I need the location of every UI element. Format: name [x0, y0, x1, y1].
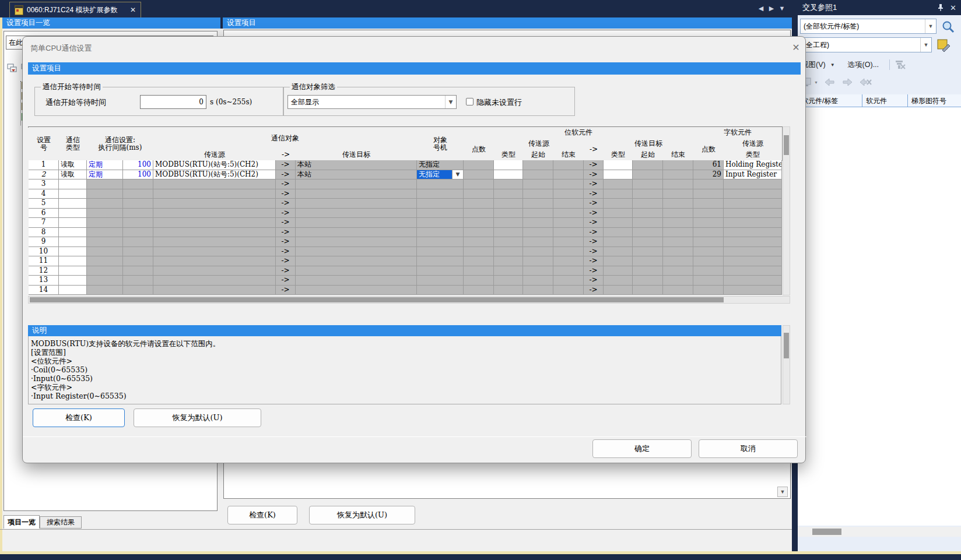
cell-word_points[interactable]	[693, 266, 724, 276]
cell-bit_points[interactable]	[464, 199, 494, 209]
cell-bit_src_type[interactable]	[494, 286, 523, 295]
cell-bit_dst_end[interactable]	[663, 160, 693, 170]
cell-bit_src_type[interactable]	[494, 247, 523, 257]
delete-jump-icon[interactable]	[859, 78, 872, 87]
cell-arrow[interactable]: ->	[584, 266, 604, 276]
cell-station[interactable]	[417, 286, 464, 295]
cell-station[interactable]	[417, 218, 464, 228]
cell-bit_src_start[interactable]	[523, 209, 553, 219]
cell-no[interactable]: 6	[29, 209, 59, 219]
cell-bit_dst_start[interactable]	[633, 199, 663, 209]
cell-comm_type[interactable]	[59, 209, 87, 219]
cell-src[interactable]	[153, 266, 276, 276]
cell-interval[interactable]	[123, 247, 153, 257]
cell-comm_type[interactable]	[59, 237, 87, 247]
cell-bit_src_start[interactable]	[523, 286, 553, 295]
cell-interval[interactable]	[123, 228, 153, 238]
cell-arrow[interactable]: ->	[276, 276, 296, 286]
cell-interval[interactable]	[123, 218, 153, 228]
cell-word_type[interactable]	[724, 189, 782, 199]
cell-bit_src_end[interactable]	[553, 218, 584, 228]
cell-bit_dst_type[interactable]	[604, 286, 633, 295]
cell-bit_dst_type[interactable]	[604, 247, 633, 257]
chevron-down-icon[interactable]: ▼	[445, 96, 456, 108]
cell-bit_dst_start[interactable]	[633, 189, 663, 199]
cell-comm_type[interactable]	[59, 247, 87, 257]
cell-word_type[interactable]	[724, 266, 782, 276]
cell-mode[interactable]	[87, 209, 123, 219]
cell-arrow[interactable]: ->	[276, 228, 296, 238]
cell-arrow[interactable]: ->	[276, 218, 296, 228]
cell-bit_points[interactable]	[464, 266, 494, 276]
cell-bit_dst_start[interactable]	[633, 247, 663, 257]
cell-arrow[interactable]: ->	[584, 228, 604, 238]
cell-dst[interactable]	[296, 228, 417, 238]
cell-station[interactable]	[417, 228, 464, 238]
scroll-down-button[interactable]: ▼	[777, 487, 788, 497]
cell-bit_dst_type[interactable]	[604, 209, 633, 219]
cell-comm_type[interactable]	[59, 218, 87, 228]
table-hscrollbar[interactable]	[28, 296, 790, 304]
cell-dst[interactable]: 本站	[296, 160, 417, 170]
cancel-button[interactable]: 取消	[699, 439, 798, 458]
cell-comm_type[interactable]	[59, 276, 87, 286]
cell-bit_points[interactable]	[464, 189, 494, 199]
tab-list-icon[interactable]: ▼	[777, 5, 787, 12]
cell-arrow[interactable]: ->	[276, 209, 296, 219]
cell-interval[interactable]	[123, 209, 153, 219]
cell-bit_src_end[interactable]	[553, 179, 584, 189]
cell-bit_src_type[interactable]	[494, 199, 523, 209]
cell-bit_dst_start[interactable]	[633, 276, 663, 286]
cell-src[interactable]	[153, 179, 276, 189]
cell-arrow[interactable]: ->	[584, 247, 604, 257]
cell-arrow[interactable]: ->	[584, 160, 604, 170]
cell-bit_points[interactable]	[464, 170, 494, 180]
cell-station[interactable]	[417, 179, 464, 189]
ok-button[interactable]: 确定	[592, 439, 692, 458]
cell-station[interactable]	[417, 199, 464, 209]
cell-dst[interactable]	[296, 276, 417, 286]
cell-bit_src_end[interactable]	[553, 170, 584, 180]
cell-arrow[interactable]: ->	[276, 256, 296, 266]
cell-word_type[interactable]	[724, 276, 782, 286]
cell-bit_src_start[interactable]	[523, 237, 553, 247]
cell-bit_dst_type[interactable]	[604, 276, 633, 286]
cell-word_type[interactable]	[724, 286, 782, 295]
cell-comm_type[interactable]	[59, 256, 87, 266]
cell-arrow[interactable]: ->	[276, 160, 296, 170]
tab-scroll-left-icon[interactable]: ◀	[756, 5, 766, 12]
cell-src[interactable]	[153, 286, 276, 295]
cell-bit_src_start[interactable]	[523, 160, 553, 170]
cell-mode[interactable]: 定期	[87, 160, 123, 170]
xref-column-header[interactable]: 软元件/标签	[798, 94, 869, 107]
cell-bit_src_end[interactable]	[553, 160, 584, 170]
chevron-down-icon[interactable]: ▼	[830, 62, 835, 68]
cell-arrow[interactable]: ->	[584, 286, 604, 295]
search-icon[interactable]	[941, 20, 955, 34]
cell-bit_points[interactable]	[464, 256, 494, 266]
cell-dst[interactable]: 本站	[296, 170, 417, 180]
scope-filter-combobox[interactable]: (全工程) ▼	[800, 37, 932, 52]
cross-reference-titlebar[interactable]: 交叉参照1 ✕	[798, 0, 961, 15]
cell-arrow[interactable]: ->	[276, 247, 296, 257]
cell-dst[interactable]	[296, 209, 417, 219]
device-filter-combobox[interactable]: (全部软元件/标签) ▼	[800, 19, 937, 34]
cell-bit_src_start[interactable]	[523, 247, 553, 257]
cell-word_type[interactable]	[724, 209, 782, 219]
cell-arrow[interactable]: ->	[584, 256, 604, 266]
cell-dst[interactable]	[296, 199, 417, 209]
cell-bit_dst_end[interactable]	[663, 286, 693, 295]
cell-no[interactable]: 10	[29, 247, 59, 257]
cell-bit_points[interactable]	[464, 276, 494, 286]
cell-bit_src_end[interactable]	[553, 266, 584, 276]
cell-src[interactable]	[153, 276, 276, 286]
cell-arrow[interactable]: ->	[584, 189, 604, 199]
cell-bit_dst_start[interactable]	[633, 286, 663, 295]
cell-bit_dst_end[interactable]	[663, 209, 693, 219]
cell-bit_src_type[interactable]	[494, 256, 523, 266]
cell-bit_src_start[interactable]	[523, 266, 553, 276]
pin-icon[interactable]	[937, 3, 944, 12]
cell-bit_src_type[interactable]	[494, 218, 523, 228]
cell-comm_type[interactable]	[59, 266, 87, 276]
cell-bit_dst_start[interactable]	[633, 256, 663, 266]
